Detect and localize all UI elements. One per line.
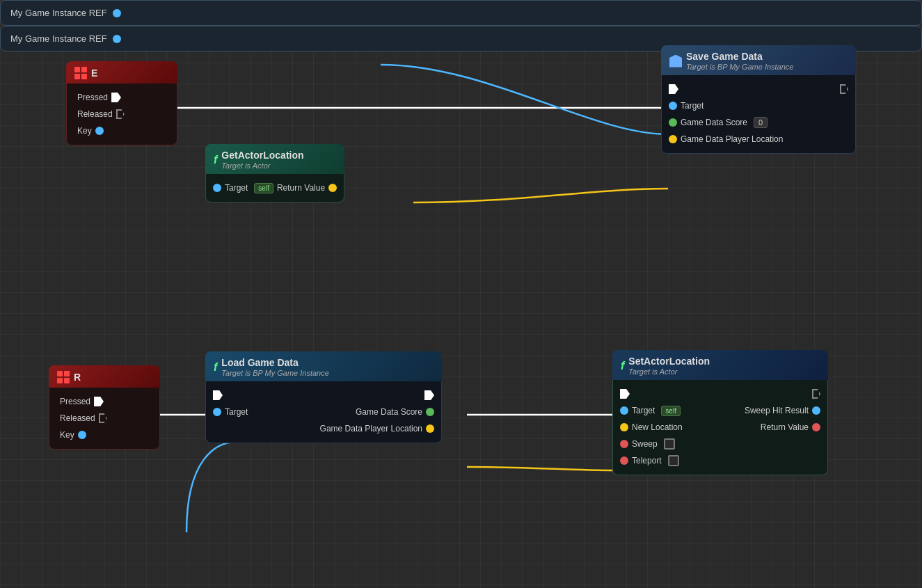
get-actor-target-row: Target self Return Value	[206, 180, 344, 196]
r-key-pin[interactable]	[78, 431, 86, 439]
set-teleport-row: Teleport	[613, 452, 827, 469]
e-released-row: Released	[67, 106, 177, 122]
load-game-data-title: Load Game Data	[221, 357, 328, 368]
return-value-pin[interactable]	[328, 184, 337, 192]
load-exec-out-pin[interactable]	[424, 390, 434, 400]
load-exec-in-pin[interactable]	[213, 390, 223, 400]
set-target-sweep-row: Target self Sweep Hit Result	[613, 402, 827, 419]
e-key-pin[interactable]	[95, 127, 104, 135]
save-score-label: Game Data Score	[681, 118, 747, 127]
r-released-label: Released	[60, 413, 95, 423]
ref-bottom-pin[interactable]	[113, 35, 121, 43]
r-pressed-row: Pressed	[49, 393, 159, 410]
r-key-node: R Pressed Released Key	[49, 365, 160, 450]
load-target-score-row: Target Game Data Score	[206, 404, 441, 420]
e-key-row: Key	[67, 122, 177, 139]
load-game-data-header: f Load Game Data Target is BP My Game In…	[205, 351, 442, 381]
set-exec-in-pin[interactable]	[620, 389, 630, 399]
set-target-label: Target	[632, 406, 655, 415]
return-value-label: Return Value	[277, 183, 325, 193]
set-newloc-return-row: New Location Return Value	[613, 419, 827, 436]
load-location-label: Game Data Player Location	[320, 424, 422, 434]
save-icon	[669, 55, 682, 67]
r-key-title: R	[74, 372, 81, 383]
set-actor-location-subtitle: Target is Actor	[628, 367, 710, 376]
set-sweep-label: Sweep	[632, 439, 658, 449]
r-key-body: Pressed Released Key	[49, 388, 160, 450]
save-location-label: Game Data Player Location	[681, 134, 783, 144]
e-pressed-label: Pressed	[77, 93, 108, 102]
load-exec-row	[206, 387, 441, 404]
r-pressed-label: Pressed	[60, 397, 90, 406]
set-sweep-pin[interactable]	[620, 440, 628, 448]
teleport-checkbox[interactable]	[668, 455, 679, 466]
load-location-pin[interactable]	[426, 424, 434, 433]
set-exec-out-pin[interactable]	[812, 389, 820, 399]
e-pressed-pin[interactable]	[111, 93, 121, 102]
set-actor-location-body: Target self Sweep Hit Result New Locatio…	[612, 380, 828, 475]
r-key-label: Key	[60, 430, 74, 440]
ref-bottom-label: My Game Instance REF	[10, 33, 107, 44]
e-released-pin[interactable]	[116, 109, 125, 119]
save-exec-out-pin[interactable]	[840, 84, 848, 94]
get-actor-location-subtitle: Target is Actor	[221, 161, 303, 170]
r-key-icon	[57, 371, 70, 383]
save-target-label: Target	[681, 101, 704, 111]
load-target-pin[interactable]	[213, 408, 221, 416]
load-target-label: Target	[225, 407, 248, 417]
save-game-data-subtitle: Target is BP My Game Instance	[686, 63, 793, 71]
load-func-icon: f	[214, 361, 217, 374]
e-key-node: E Pressed Released Key	[66, 61, 177, 145]
sweep-hit-pin[interactable]	[812, 406, 820, 415]
set-target-pin[interactable]	[620, 406, 628, 415]
set-exec-row	[613, 386, 827, 402]
get-actor-location-header: f GetActorLocation Target is Actor	[205, 144, 344, 174]
load-game-data-body: Target Game Data Score Game Data Player …	[205, 381, 442, 443]
r-released-pin[interactable]	[99, 413, 107, 423]
get-actor-location-node: f GetActorLocation Target is Actor Targe…	[205, 144, 344, 202]
return-val-pin[interactable]	[812, 423, 820, 431]
e-pressed-row: Pressed	[67, 89, 177, 106]
r-key-header: R	[49, 365, 160, 388]
set-sweep-row: Sweep	[613, 436, 827, 452]
self-badge: self	[254, 183, 273, 193]
set-func-icon: f	[621, 360, 624, 372]
save-game-data-header: Save Game Data Target is BP My Game Inst…	[661, 45, 856, 75]
r-pressed-pin[interactable]	[94, 397, 104, 406]
e-key-body: Pressed Released Key	[66, 84, 177, 145]
get-actor-location-body: Target self Return Value	[205, 174, 344, 202]
sweep-hit-label: Sweep Hit Result	[745, 406, 809, 415]
set-actor-location-node: f SetActorLocation Target is Actor Targe…	[612, 350, 828, 475]
save-exec-row	[662, 81, 855, 97]
e-released-label: Released	[77, 109, 113, 119]
set-actor-location-title: SetActorLocation	[628, 356, 710, 367]
save-game-data-node: Save Game Data Target is BP My Game Inst…	[661, 45, 856, 154]
sweep-checkbox[interactable]	[664, 438, 675, 450]
save-target-pin[interactable]	[669, 102, 677, 110]
save-exec-in-pin[interactable]	[669, 84, 678, 94]
save-score-row: Game Data Score 0	[662, 114, 855, 131]
get-actor-target-pin[interactable]	[213, 184, 221, 192]
get-actor-location-title: GetActorLocation	[221, 150, 303, 161]
set-teleport-label: Teleport	[632, 456, 662, 466]
set-newloc-label: New Location	[632, 422, 683, 432]
e-key-label: Key	[77, 126, 92, 136]
save-score-value: 0	[754, 117, 768, 128]
save-score-pin[interactable]	[669, 118, 677, 127]
save-location-pin[interactable]	[669, 135, 677, 143]
ref-top-pin[interactable]	[113, 9, 121, 17]
e-key-header: E	[66, 61, 177, 84]
get-actor-target-label: Target	[225, 183, 248, 193]
load-game-data-node: f Load Game Data Target is BP My Game In…	[205, 351, 442, 443]
set-actor-location-header: f SetActorLocation Target is Actor	[612, 350, 828, 380]
set-newloc-pin[interactable]	[620, 423, 628, 431]
save-game-data-body: Target Game Data Score 0 Game Data Playe…	[661, 75, 856, 154]
load-score-pin[interactable]	[426, 408, 434, 416]
return-val-label: Return Value	[761, 422, 809, 432]
my-game-instance-ref-top: My Game Instance REF	[0, 0, 922, 26]
func-icon: f	[214, 154, 217, 166]
set-teleport-pin[interactable]	[620, 456, 628, 465]
save-game-data-title: Save Game Data	[686, 51, 793, 62]
load-score-label: Game Data Score	[356, 407, 422, 417]
save-target-row: Target	[662, 97, 855, 114]
